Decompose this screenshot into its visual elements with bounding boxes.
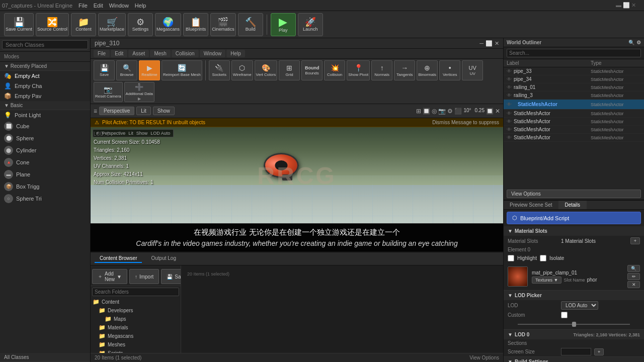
viewport-icon-3[interactable]: ◎	[432, 108, 437, 115]
lod-slider[interactable]	[518, 324, 630, 325]
screen-size-add-button[interactable]: +	[594, 348, 604, 355]
isolate-checkbox[interactable]	[540, 255, 546, 261]
visibility-icon[interactable]: 👁	[507, 84, 512, 90]
mesh-edit-tab[interactable]: Edit	[111, 50, 127, 57]
screen-size-input[interactable]	[561, 348, 591, 355]
3d-viewport[interactable]: LOD: 0 Current Screen Size: 0.10458 Tria…	[91, 127, 503, 223]
minimize-icon[interactable]: ─	[479, 40, 484, 46]
build-settings-header[interactable]: ▼ Build Settings	[504, 357, 644, 362]
binormals-button[interactable]: ⊕ Binormals	[417, 60, 438, 80]
viewport-icon-2[interactable]: 🔲	[423, 108, 430, 115]
maps-folder[interactable]: 📁 Maps	[91, 315, 181, 323]
plane-item[interactable]: ▬ Plane	[0, 168, 90, 180]
preview-scene-tab[interactable]: Preview Scene Set	[504, 201, 559, 209]
add-material-slot-button[interactable]: +	[630, 237, 640, 244]
sockets-button[interactable]: 🔌 Sockets	[209, 60, 230, 80]
folder-search-input[interactable]	[92, 288, 179, 296]
build-button[interactable]: 🔨 Build	[238, 13, 263, 36]
point-light-item[interactable]: 💡 Point Light	[0, 110, 90, 120]
mesh-help-tab[interactable]: Help	[226, 50, 245, 57]
cylinder-item[interactable]: ⬤ Cylinder	[0, 144, 90, 156]
materials-folder[interactable]: 📁 Materials	[91, 323, 181, 332]
mesh-window-tab[interactable]: Window	[200, 50, 226, 57]
browse-material-button[interactable]: 🔍	[627, 265, 640, 272]
visibility-icon[interactable]: 👁	[507, 111, 512, 116]
outliner-item-staticmesh3[interactable]: 👁 StaticMeshActor StaticMeshActor	[504, 118, 644, 126]
menu-file[interactable]: File	[78, 3, 88, 9]
material-slots-header[interactable]: ▼ Material Slots	[504, 226, 644, 236]
lod0-header[interactable]: ▼ LOD 0 Triangles: 2,160 Vertices: 2,381	[504, 330, 644, 339]
edit-material-button[interactable]: ✏	[627, 273, 640, 280]
outliner-item-staticmesh5[interactable]: 👁 StaticMeshActor StaticMeshActor	[504, 134, 644, 142]
megascans-folder[interactable]: 📁 Megascans	[91, 332, 181, 340]
outliner-item-railing01[interactable]: 👁 railing_01 StaticMeshActor	[504, 83, 644, 92]
add-new-button[interactable]: ＋ Add New ▼	[92, 269, 127, 284]
show-button[interactable]: Show	[153, 107, 175, 115]
cinematics-button[interactable]: 🎬 Cinematics	[210, 13, 236, 36]
clear-material-button[interactable]: ✕	[627, 281, 640, 288]
blueprint-add-script-button[interactable]: ⬡ Blueprint/Add Script	[507, 212, 641, 224]
viewport-menu-icon[interactable]: ≡	[94, 108, 97, 115]
meshes-folder[interactable]: 📁 Meshes	[91, 340, 181, 349]
mesh-asset-tab[interactable]: Asset	[128, 50, 149, 57]
outliner-search-icon[interactable]: 🔍	[628, 40, 634, 45]
tangents-button[interactable]: → Tangents	[394, 60, 415, 80]
close-icon[interactable]: ✕	[495, 40, 499, 47]
outliner-item-pipe33[interactable]: 👁 pipe_33 StaticMeshActor	[504, 67, 644, 75]
save-current-button[interactable]: 💾 Save Current	[4, 13, 34, 36]
output-log-tab[interactable]: Output Log	[146, 254, 181, 263]
details-tab[interactable]: Details	[559, 201, 587, 209]
blueprints-button[interactable]: 📋 Blueprints	[183, 13, 208, 36]
mesh-collision-tab[interactable]: Collision	[172, 50, 199, 57]
save-content-button[interactable]: 💾 Save	[161, 269, 181, 284]
highlight-checkbox[interactable]	[508, 255, 514, 261]
dismiss-warning-button[interactable]: Dismiss Message to suppress	[432, 120, 499, 125]
save-mesh-button[interactable]: 💾 Save	[94, 60, 115, 80]
vertices-button[interactable]: • Vertices	[439, 60, 460, 80]
visibility-icon[interactable]: 👁	[507, 93, 512, 98]
visibility-icon[interactable]: 👁	[507, 102, 512, 107]
viewport-icon-5[interactable]: ⚙	[447, 108, 453, 115]
outliner-item-staticmesh4[interactable]: 👁 StaticMeshActor StaticMeshActor	[504, 126, 644, 134]
lod-picker-header[interactable]: ▼ LOD Picker	[504, 291, 644, 300]
reimport-button[interactable]: 🔄 Reimport Base Mesh	[162, 60, 202, 80]
maximize-icon[interactable]: ⬜	[486, 40, 493, 47]
view-options-button[interactable]: View Options	[507, 190, 641, 198]
vert-colors-button[interactable]: 🎨 Vert Colors	[255, 60, 278, 80]
megascans-button[interactable]: 🌍 Megascans	[155, 13, 181, 36]
recently-placed-header[interactable]: ▼ Recently Placed	[0, 62, 90, 71]
visibility-icon[interactable]: 👁	[507, 135, 512, 140]
viewport-icon-4[interactable]: 📷	[438, 108, 446, 115]
marketplace-button[interactable]: 🛒 Marketplace	[98, 13, 126, 36]
reset-camera-button[interactable]: 📷 Reset Camera	[94, 82, 123, 102]
outliner-item-staticmesh2[interactable]: 👁 StaticMeshActor StaticMeshActor	[504, 110, 644, 118]
menu-edit[interactable]: Edit	[94, 3, 103, 9]
perspective-button[interactable]: Perspective	[99, 107, 134, 115]
search-classes-input[interactable]	[2, 40, 88, 49]
settings-button[interactable]: ⚙ Settings	[128, 13, 153, 36]
cone-item[interactable]: 🔺 Cone	[0, 156, 90, 168]
visibility-icon[interactable]: 👁	[507, 68, 512, 74]
outliner-search-input[interactable]	[507, 49, 641, 57]
menu-window[interactable]: Window	[109, 3, 129, 9]
play-button[interactable]: ▶ Play	[271, 13, 296, 36]
viewport-icon-7[interactable]: 🔲	[486, 108, 494, 115]
content-folder[interactable]: 📁 Content	[91, 298, 181, 306]
box-trigger-item[interactable]: 📦 Box Trigg	[0, 180, 90, 193]
import-button[interactable]: ↑ Import	[129, 269, 159, 284]
bounds-button[interactable]: Bound Bounds	[301, 60, 323, 80]
menu-help[interactable]: Help	[135, 3, 146, 9]
sphere-trigger-item[interactable]: ○ Sphere Tri	[0, 193, 90, 205]
normals-button[interactable]: ↑ Normals	[371, 60, 392, 80]
custom-lod-checkbox[interactable]	[561, 312, 568, 318]
viewport-icon-1[interactable]: ⊞	[416, 108, 421, 115]
additional-data-button[interactable]: ➕ Additional Data ▶	[124, 82, 154, 102]
viewport-icon-8[interactable]: ✕	[495, 108, 500, 115]
lod-select[interactable]: LOD Auto	[561, 301, 598, 310]
view-options-button[interactable]: View Options	[469, 355, 499, 360]
source-control-button[interactable]: 🔀 Source Control	[36, 13, 69, 36]
realtime-button[interactable]: ▶ Realtime	[139, 60, 160, 80]
all-classes-header[interactable]: All Classes	[0, 353, 90, 362]
mesh-mesh-tab[interactable]: Mesh	[150, 50, 170, 57]
visibility-icon[interactable]: 👁	[507, 119, 512, 124]
